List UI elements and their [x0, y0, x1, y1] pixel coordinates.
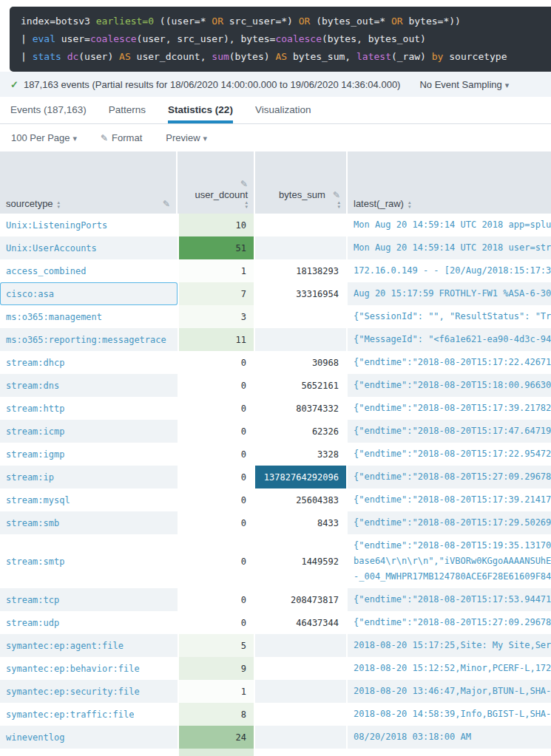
cell-user-dcount[interactable]: 0 [178, 588, 255, 611]
cell-user-dcount[interactable]: 0 [178, 488, 255, 511]
cell-bytes-sum[interactable] [255, 305, 348, 328]
cell-user-dcount[interactable]: 0 [178, 351, 255, 374]
preview-dropdown[interactable]: Preview▾ [166, 132, 207, 143]
column-header-sourcetype[interactable]: sourcetype ▴▾ ✎ [0, 151, 178, 214]
cell-user-dcount[interactable]: 0 [178, 511, 255, 534]
pencil-icon[interactable]: ✎ [333, 190, 340, 200]
search-query[interactable]: index=botsv3 earliest=0 ((user=* OR src_… [21, 13, 551, 66]
cell-bytes-sum[interactable]: 208473817 [255, 588, 348, 611]
cell-user-dcount[interactable]: 8 [178, 703, 255, 726]
cell-user-dcount[interactable]: 11 [178, 328, 255, 351]
cell-bytes-sum[interactable]: 30968 [255, 351, 348, 374]
cell-user-dcount[interactable]: 9 [178, 657, 255, 680]
tab-visualization[interactable]: Visualization [255, 97, 311, 123]
cell-latest-raw[interactable]: 08/20/2018 03:18:00 AM [348, 726, 551, 749]
cell-latest-raw[interactable]: {"endtime":"2018-08-20T15:17:53.944718Z [348, 588, 551, 611]
cell-sourcetype[interactable]: stream:icmp [0, 420, 178, 443]
sort-icon[interactable]: ▴▾ [408, 200, 411, 209]
cell-latest-raw[interactable]: {"endtime":"2018-08-20T15:17:29.502694Z [348, 511, 551, 534]
cell-user-dcount[interactable]: 0 [178, 466, 255, 488]
cell-sourcetype[interactable]: Unix:ListeningPorts [0, 214, 178, 236]
cell-user-dcount[interactable] [178, 749, 255, 756]
cell-sourcetype[interactable]: stream:dhcp [0, 351, 178, 374]
cell-sourcetype[interactable]: ms:o365:management [0, 305, 178, 328]
cell-latest-raw[interactable]: 2018-08-20 15:17:25,Site: My Site,Serve [348, 634, 551, 657]
cell-sourcetype[interactable]: stream:smtp [0, 534, 178, 588]
cell-latest-raw[interactable]: {"endtime":"2018-08-20T15:17:47.647191Z [348, 420, 551, 443]
cell-latest-raw[interactable]: {"MessageId": "<f6a1e621-ea90-4d3c-94c8 [348, 328, 551, 351]
search-bar[interactable]: index=botsv3 earliest=0 ((user=* OR src_… [10, 7, 551, 72]
column-header-latest-raw[interactable]: latest(_raw) ▴▾ [348, 151, 551, 214]
cell-sourcetype[interactable]: stream:tcp [0, 588, 178, 611]
cell-user-dcount[interactable]: 0 [178, 611, 255, 634]
cell-sourcetype[interactable]: stream:dns [0, 374, 178, 397]
cell-bytes-sum[interactable]: 33316954 [255, 282, 348, 305]
cell-latest-raw[interactable]: 2018-08-20 14:58:39,Info,BGIST-L,SHA-25 [348, 703, 551, 726]
cell-latest-raw[interactable]: 2018-08-20 13:46:47,Major,BTUN-L,SHA-25 [348, 680, 551, 703]
cell-latest-raw[interactable]: {"endtime":"2018-08-20T15:27:09.296788Z [348, 466, 551, 488]
per-page-dropdown[interactable]: 100 Per Page▾ [11, 132, 77, 143]
cell-user-dcount[interactable]: 51 [178, 236, 255, 259]
pencil-icon[interactable]: ✎ [163, 199, 170, 209]
sort-icon[interactable]: ▴▾ [337, 200, 340, 209]
cell-sourcetype[interactable]: ms:o365:reporting:messagetrace [0, 328, 178, 351]
cell-user-dcount[interactable]: 5 [178, 634, 255, 657]
cell-sourcetype[interactable]: symantec:ep:agent:file [0, 634, 178, 657]
column-header-user-dcount[interactable]: ✎ user_dcount ▴▾ [178, 151, 255, 214]
cell-sourcetype[interactable]: symantec:ep:traffic:file [0, 703, 178, 726]
cell-latest-raw[interactable]: {"endtime":"2018-08-20T15:27:09.296788Z [348, 611, 551, 634]
cell-bytes-sum[interactable]: 62326 [255, 420, 348, 443]
cell-user-dcount[interactable]: 7 [178, 282, 255, 305]
cell-latest-raw[interactable]: Mon Aug 20 14:59:14 UTC 2018 user=strea [348, 236, 551, 259]
cell-user-dcount[interactable]: 0 [178, 534, 255, 588]
cell-sourcetype[interactable]: symantec:ep:security:file [0, 680, 178, 703]
cell-bytes-sum[interactable] [255, 749, 348, 756]
pencil-icon[interactable]: ✎ [240, 179, 248, 189]
cell-bytes-sum[interactable] [255, 236, 348, 259]
cell-bytes-sum[interactable] [255, 703, 348, 726]
cell-sourcetype[interactable]: wineventlog [0, 726, 178, 749]
tab-patterns[interactable]: Patterns [109, 97, 146, 123]
cell-sourcetype[interactable]: stream:mysql [0, 488, 178, 511]
cell-sourcetype[interactable]: symantec:ep:behavior:file [0, 657, 178, 680]
cell-bytes-sum[interactable] [255, 328, 348, 351]
cell-bytes-sum[interactable]: 1449592 [255, 534, 348, 588]
cell-sourcetype[interactable] [0, 749, 178, 756]
cell-sourcetype[interactable]: Unix:UserAccounts [0, 236, 178, 259]
sort-icon[interactable]: ▴▾ [245, 200, 248, 209]
cell-latest-raw[interactable]: Mon Aug 20 14:59:14 UTC 2018 app=splunk [348, 214, 551, 236]
cell-user-dcount[interactable]: 3 [178, 305, 255, 328]
event-sampling-dropdown[interactable]: No Event Sampling▾ [419, 79, 509, 90]
cell-sourcetype[interactable]: stream:ip [0, 466, 178, 488]
cell-bytes-sum[interactable] [255, 657, 348, 680]
cell-user-dcount[interactable]: 0 [178, 397, 255, 420]
sort-icon[interactable]: ▴▾ [58, 200, 61, 209]
cell-latest-raw[interactable]: 2018-08-20 15:12:52,Minor,PCERF-L,172.1 [348, 657, 551, 680]
cell-bytes-sum[interactable] [255, 680, 348, 703]
cell-bytes-sum[interactable] [255, 634, 348, 657]
cell-latest-raw[interactable]: {"endtime":"2018-08-20T15:17:22.426719Z [348, 351, 551, 374]
cell-bytes-sum[interactable] [255, 214, 348, 236]
cell-bytes-sum[interactable]: 13782764292096 [255, 466, 348, 488]
cell-sourcetype[interactable]: stream:smb [0, 511, 178, 534]
tab-statistics[interactable]: Statistics (22) [168, 97, 233, 123]
cell-sourcetype[interactable]: stream:http [0, 397, 178, 420]
cell-latest-raw[interactable]: {"endtime":"2018-08-20T15:17:22.954727Z [348, 443, 551, 466]
cell-bytes-sum[interactable] [255, 726, 348, 749]
cell-latest-raw[interactable]: {"endtime":"2018-08-20T15:19:35.131703Zb… [348, 534, 551, 588]
cell-user-dcount[interactable]: 10 [178, 214, 255, 236]
cell-latest-raw[interactable]: 172.16.0.149 - - [20/Aug/2018:15:17:39 [348, 259, 551, 282]
cell-sourcetype[interactable]: access_combined [0, 259, 178, 282]
cell-bytes-sum[interactable]: 18138293 [255, 259, 348, 282]
cell-sourcetype[interactable]: stream:igmp [0, 443, 178, 466]
cell-latest-raw[interactable]: Aug 20 15:17:59 FROTHLY-FW1 %ASA-6-3020 [348, 282, 551, 305]
tab-events[interactable]: Events (187,163) [10, 97, 87, 123]
cell-latest-raw[interactable]: {"endtime":"2018-08-20T15:18:00.966305Z [348, 374, 551, 397]
column-header-bytes-sum[interactable]: bytes_sum ✎ ▴▾ [255, 151, 348, 214]
cell-user-dcount[interactable]: 1 [178, 680, 255, 703]
cell-bytes-sum[interactable]: 8433 [255, 511, 348, 534]
cell-sourcetype[interactable]: stream:udp [0, 611, 178, 634]
cell-bytes-sum[interactable]: 5652161 [255, 374, 348, 397]
cell-user-dcount[interactable]: 0 [178, 443, 255, 466]
cell-bytes-sum[interactable]: 25604383 [255, 488, 348, 511]
